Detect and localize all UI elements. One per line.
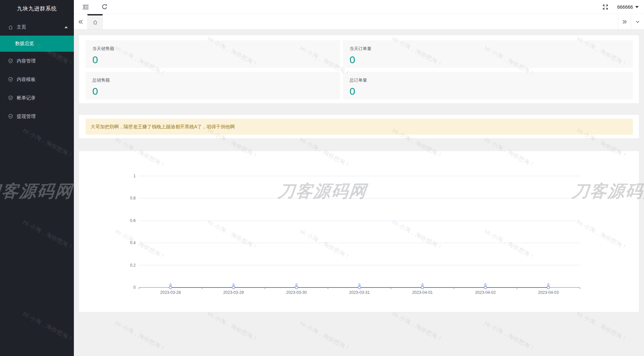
stats-panel: 当天销售额 0 当天订单量 0 总销售额 0 总订单量 0 [79,35,639,103]
sidebar-item-bill-records[interactable]: 帐单记录 [0,89,74,107]
svg-text:0.4: 0.4 [130,240,136,245]
sidebar-item-label: 提现管理 [17,114,36,120]
sidebar-item-label: 帐单记录 [17,95,36,101]
notice-panel: 大哥加把劲啊，隔壁老王赚了钱晚上蹦迪都开黑桃A了，咱得干倒他啊 [79,115,639,138]
svg-text:2023-04-02: 2023-04-02 [475,290,496,295]
menu-fold-icon [82,4,89,10]
notice-banner: 大哥加把劲啊，隔壁老王赚了钱晚上蹦迪都开黑桃A了，咱得干倒他啊 [86,119,633,135]
shield-check-icon [8,114,13,119]
svg-text:2023-04-01: 2023-04-01 [412,290,433,295]
sidebar-item-label: 内容模板 [17,77,36,83]
svg-text:0: 0 [295,283,297,287]
user-menu[interactable]: 666666 [615,0,641,14]
svg-text:0.6: 0.6 [130,218,136,223]
home-icon [92,19,98,25]
shield-check-icon [8,95,13,101]
sidebar-item-label: 内容管理 [17,58,36,64]
stat-label: 总订单量 [350,77,633,83]
svg-text:0: 0 [547,283,549,287]
home-icon [8,25,13,30]
stat-label: 当天销售额 [92,46,340,52]
sidebar: 九块九进群系统 主页 数据总览 [0,0,74,356]
double-chevron-left-icon [78,19,84,25]
svg-text:1: 1 [133,174,136,178]
tab-bar [74,14,644,30]
collapse-sidebar-button[interactable] [79,0,93,14]
tab-actions-dropdown-button[interactable] [631,14,644,29]
orders-line-chart: 00.20.40.60.812023-03-282023-03-292023-0… [79,151,639,312]
shield-check-icon [8,58,13,64]
stat-label: 当天订单量 [350,46,633,52]
sidebar-item-label: 数据总览 [15,41,34,47]
caret-up-icon [64,26,68,28]
fullscreen-icon [602,4,608,10]
caret-down-icon [635,6,639,8]
tab-home[interactable] [87,14,103,29]
svg-text:0: 0 [421,283,423,287]
stat-card-today-orders: 当天订单量 0 [343,40,633,68]
chevron-down-icon [635,19,640,25]
stat-card-total-orders: 总订单量 0 [343,72,633,99]
sidebar-item-overview[interactable]: 数据总览 [0,36,74,52]
stat-value: 0 [92,55,340,65]
svg-text:0: 0 [485,283,487,287]
fullscreen-button[interactable] [598,0,612,14]
refresh-button[interactable] [97,0,111,14]
sidebar-item-content-manage[interactable]: 内容管理 [0,52,74,70]
topbar: 666666 [74,0,644,14]
stat-card-total-sales: 总销售额 0 [86,72,340,99]
app-root: 九块九进群系统 主页 数据总览 [0,0,644,356]
svg-text:2023-03-31: 2023-03-31 [349,290,370,295]
svg-text:2023-03-29: 2023-03-29 [223,290,244,295]
svg-text:0: 0 [170,283,172,287]
sidebar-item-withdraw-manage[interactable]: 提现管理 [0,107,74,126]
svg-text:0: 0 [359,283,361,287]
svg-text:0.2: 0.2 [130,263,136,268]
tabbar-spacer [103,14,618,29]
svg-text:0: 0 [232,283,234,287]
sidebar-item-home[interactable]: 主页 [0,19,74,36]
sidebar-item-content-template[interactable]: 内容模板 [0,70,74,89]
topbar-left [74,0,111,14]
username: 666666 [617,4,633,10]
app-title: 九块九进群系统 [0,0,74,17]
svg-text:0: 0 [133,285,136,290]
svg-text:0.8: 0.8 [130,196,136,201]
svg-text:2023-04-03: 2023-04-03 [538,290,559,295]
sidebar-item-label: 主页 [17,24,26,30]
main-content: 当天销售额 0 当天订单量 0 总销售额 0 总订单量 0 大哥加把劲啊，隔壁老… [74,30,644,356]
chart-panel: 00.20.40.60.812023-03-282023-03-292023-0… [79,151,639,312]
stat-card-today-sales: 当天销售额 0 [86,40,340,68]
stat-label: 总销售额 [92,77,340,83]
svg-text:2023-03-28: 2023-03-28 [160,290,181,295]
stat-value: 0 [350,86,633,96]
stat-value: 0 [92,86,340,96]
svg-text:2023-03-30: 2023-03-30 [286,290,307,295]
shield-check-icon [8,77,13,82]
tabs-scroll-left-button[interactable] [74,14,87,29]
stat-value: 0 [350,55,633,65]
double-chevron-right-icon [622,19,628,25]
tabs-scroll-right-button[interactable] [618,14,631,29]
refresh-icon [101,4,108,10]
topbar-right: 666666 [598,0,644,14]
sidebar-menu: 主页 数据总览 内容管理 [0,17,74,126]
